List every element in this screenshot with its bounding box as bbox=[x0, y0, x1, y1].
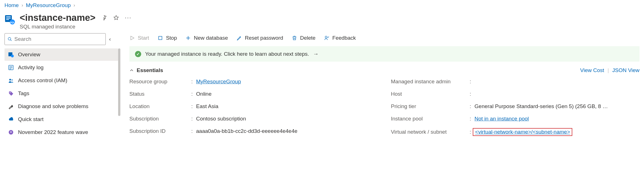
vnet-subnet-link[interactable]: <virtual-network-name>/<subnet-name> bbox=[475, 129, 570, 135]
breadcrumb-home[interactable]: Home bbox=[4, 2, 19, 8]
essentials-label: Location bbox=[129, 103, 191, 109]
svg-point-24 bbox=[325, 36, 327, 38]
svg-point-15 bbox=[12, 79, 13, 81]
essentials-links: View Cost | JSON View bbox=[580, 67, 640, 73]
sidebar-item-label: Activity log bbox=[18, 64, 44, 71]
sidebar: ‹‹ Overview Activity log Access c bbox=[4, 33, 118, 138]
essentials-row-status: Status : Online bbox=[129, 91, 368, 97]
location-value: East Asia bbox=[196, 103, 218, 109]
chevron-right-icon: › bbox=[22, 3, 23, 8]
wrench-icon bbox=[8, 104, 14, 109]
view-cost-link[interactable]: View Cost bbox=[580, 67, 604, 73]
sidebar-item-label: Tags bbox=[18, 90, 29, 97]
subscription-id-value: aaaa0a0a-bb1b-cc2c-dd3d-eeeeee4e4e4e bbox=[196, 128, 297, 134]
star-icon[interactable] bbox=[113, 15, 119, 21]
svg-point-9 bbox=[11, 55, 14, 57]
pencil-icon bbox=[237, 35, 242, 41]
sidebar-search[interactable] bbox=[4, 33, 106, 45]
feedback-button[interactable]: Feedback bbox=[324, 35, 356, 41]
svg-rect-19 bbox=[159, 36, 162, 40]
svg-rect-1 bbox=[6, 16, 11, 17]
essentials-label: Resource group bbox=[129, 79, 191, 85]
sidebar-item-access-control[interactable]: Access control (IAM) bbox=[4, 74, 118, 87]
main-pane: Start Stop New database Reset password bbox=[118, 33, 640, 136]
sidebar-item-quick-start[interactable]: Quick start bbox=[4, 113, 118, 126]
access-control-icon bbox=[8, 78, 14, 83]
command-label: Delete bbox=[300, 35, 316, 41]
breadcrumb-resource-group[interactable]: MyResourceGroup bbox=[26, 2, 71, 8]
feedback-icon bbox=[324, 35, 330, 41]
sidebar-item-overview[interactable]: Overview bbox=[4, 48, 118, 61]
essentials-label: Pricing tier bbox=[391, 103, 470, 109]
essentials-heading: Essentials bbox=[137, 67, 163, 73]
reset-password-button[interactable]: Reset password bbox=[237, 35, 283, 41]
resource-group-link[interactable]: MyResourceGroup bbox=[196, 79, 241, 84]
sql-managed-instance-icon: SQL bbox=[4, 14, 15, 25]
plus-icon bbox=[185, 35, 191, 41]
new-database-button[interactable]: New database bbox=[185, 35, 228, 41]
delete-button[interactable]: Delete bbox=[292, 35, 316, 41]
sparkle-icon bbox=[8, 129, 14, 135]
essentials-label: Status bbox=[129, 91, 191, 97]
svg-rect-3 bbox=[6, 19, 9, 20]
trash-icon bbox=[292, 35, 297, 41]
resource-type-label: SQL managed instance bbox=[20, 24, 132, 30]
page-title: <instance-name> bbox=[20, 12, 96, 23]
status-value: Online bbox=[196, 91, 211, 97]
essentials-label: Managed instance admin bbox=[391, 79, 470, 85]
start-button[interactable]: Start bbox=[129, 35, 149, 41]
svg-point-16 bbox=[10, 92, 11, 93]
ready-banner[interactable]: ✓ Your managed instance is ready. Click … bbox=[129, 46, 640, 62]
essentials-row-pricing: Pricing tier : General Purpose Standard-… bbox=[391, 103, 640, 109]
svg-point-14 bbox=[9, 79, 11, 80]
svg-text:SQL: SQL bbox=[10, 21, 15, 24]
svg-line-7 bbox=[10, 40, 12, 41]
essentials-label: Host bbox=[391, 91, 470, 97]
breadcrumb: Home › MyResourceGroup › bbox=[0, 0, 644, 10]
svg-point-6 bbox=[8, 37, 11, 40]
sidebar-item-feature-wave[interactable]: November 2022 feature wave bbox=[4, 126, 118, 138]
essentials-row-resource-group: Resource group : MyResourceGroup bbox=[129, 79, 368, 85]
svg-rect-2 bbox=[6, 18, 11, 19]
essentials-row-pool: Instance pool : Not in an instance pool bbox=[391, 116, 640, 122]
play-icon bbox=[129, 35, 135, 41]
sidebar-nav: Overview Activity log Access control (IA… bbox=[4, 48, 118, 138]
essentials-row-location: Location : East Asia bbox=[129, 103, 368, 109]
divider: | bbox=[607, 67, 609, 73]
essentials-grid: Resource group : MyResourceGroup Status … bbox=[129, 79, 640, 136]
chevron-right-icon: › bbox=[73, 3, 75, 8]
essentials-toggle[interactable]: Essentials bbox=[129, 67, 163, 73]
arrow-right-icon: → bbox=[313, 51, 319, 57]
banner-message: Your managed instance is ready. Click he… bbox=[145, 51, 309, 57]
essentials-label: Subscription ID bbox=[129, 128, 191, 134]
sidebar-item-label: Diagnose and solve problems bbox=[18, 103, 88, 109]
tag-icon bbox=[8, 91, 14, 96]
json-view-link[interactable]: JSON View bbox=[612, 67, 640, 73]
essentials-row-admin: Managed instance admin : bbox=[391, 79, 640, 85]
essentials-label: Instance pool bbox=[391, 116, 470, 122]
sidebar-item-tags[interactable]: Tags bbox=[4, 87, 118, 100]
sidebar-item-label: Access control (IAM) bbox=[18, 77, 67, 84]
sql-instance-icon bbox=[8, 52, 14, 57]
command-label: Feedback bbox=[332, 35, 356, 41]
page-header: SQL <instance-name> ··· SQL managed inst… bbox=[0, 10, 644, 33]
sidebar-item-diagnose[interactable]: Diagnose and solve problems bbox=[4, 100, 118, 113]
more-icon[interactable]: ··· bbox=[125, 14, 132, 21]
sidebar-item-label: Overview bbox=[18, 52, 40, 58]
pin-icon[interactable] bbox=[101, 15, 107, 21]
pricing-value: General Purpose Standard-series (Gen 5) … bbox=[474, 103, 608, 109]
essentials-row-subscription: Subscription : Contoso subscription bbox=[129, 116, 368, 122]
stop-button[interactable]: Stop bbox=[157, 35, 177, 41]
sidebar-item-activity-log[interactable]: Activity log bbox=[4, 61, 118, 74]
essentials-row-host: Host : bbox=[391, 91, 640, 97]
svg-marker-18 bbox=[131, 36, 134, 40]
essentials-label: Virtual network / subnet bbox=[391, 129, 470, 135]
search-icon bbox=[8, 37, 12, 41]
stop-icon bbox=[157, 35, 163, 41]
chevron-up-icon bbox=[129, 68, 134, 73]
instance-pool-link[interactable]: Not in an instance pool bbox=[474, 116, 529, 122]
sidebar-search-input[interactable] bbox=[14, 36, 103, 42]
subscription-value: Contoso subscription bbox=[196, 116, 246, 122]
essentials-row-subscription-id: Subscription ID : aaaa0a0a-bb1b-cc2c-dd3… bbox=[129, 128, 368, 134]
command-label: Reset password bbox=[245, 35, 283, 41]
